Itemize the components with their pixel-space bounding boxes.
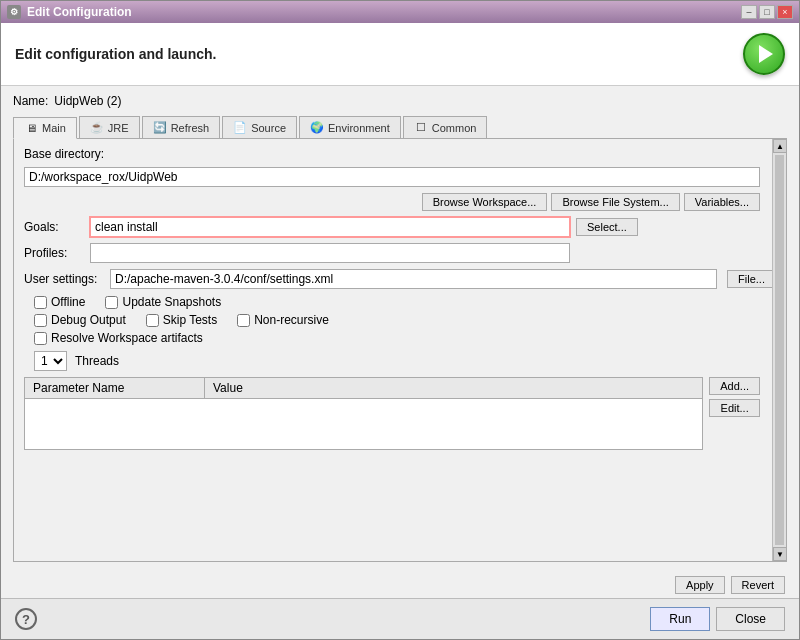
offline-checkbox-label[interactable]: Offline bbox=[34, 295, 85, 309]
select-button[interactable]: Select... bbox=[576, 218, 638, 236]
offline-label: Offline bbox=[51, 295, 85, 309]
name-row: Name: UidpWeb (2) bbox=[13, 94, 787, 108]
user-settings-input[interactable] bbox=[110, 269, 717, 289]
debug-output-checkbox[interactable] bbox=[34, 314, 47, 327]
jre-tab-icon: ☕ bbox=[90, 121, 104, 135]
goals-label: Goals: bbox=[24, 220, 84, 234]
main-tab-icon: 🖥 bbox=[24, 121, 38, 135]
checkboxes-section: Offline Update Snapshots Debug Output bbox=[24, 295, 776, 345]
maximize-button[interactable]: □ bbox=[759, 5, 775, 19]
resolve-workspace-checkbox[interactable] bbox=[34, 332, 47, 345]
name-value: UidpWeb (2) bbox=[54, 94, 121, 108]
apply-button[interactable]: Apply bbox=[675, 576, 725, 594]
resolve-workspace-checkbox-label[interactable]: Resolve Workspace artifacts bbox=[34, 331, 203, 345]
skip-tests-checkbox-label[interactable]: Skip Tests bbox=[146, 313, 217, 327]
tabs: 🖥 Main ☕ JRE 🔄 Refresh 📄 Source 🌍 Enviro… bbox=[13, 116, 787, 139]
tab-main[interactable]: 🖥 Main bbox=[13, 117, 77, 139]
close-footer-button[interactable]: Close bbox=[716, 607, 785, 631]
file-button[interactable]: File... bbox=[727, 270, 776, 288]
window: ⚙ Edit Configuration – □ × Edit configur… bbox=[0, 0, 800, 640]
browse-filesystem-button[interactable]: Browse File System... bbox=[551, 193, 679, 211]
params-table: Parameter Name Value bbox=[24, 377, 703, 450]
params-body bbox=[25, 399, 702, 449]
tab-main-label: Main bbox=[42, 122, 66, 134]
user-settings-label: User settings: bbox=[24, 272, 104, 286]
threads-label: Threads bbox=[75, 354, 119, 368]
tab-refresh-label: Refresh bbox=[171, 122, 210, 134]
scrollbar-down-button[interactable]: ▼ bbox=[773, 547, 787, 561]
footer: ? Run Close bbox=[1, 598, 799, 639]
content-area: Name: UidpWeb (2) 🖥 Main ☕ JRE 🔄 Refresh… bbox=[1, 86, 799, 570]
tab-common[interactable]: ☐ Common bbox=[403, 116, 488, 138]
header-title: Edit configuration and launch. bbox=[15, 46, 216, 62]
base-directory-input[interactable] bbox=[24, 167, 760, 187]
debug-output-label: Debug Output bbox=[51, 313, 126, 327]
title-bar-buttons: – □ × bbox=[741, 5, 793, 19]
header-area: Edit configuration and launch. bbox=[1, 23, 799, 86]
offline-checkbox[interactable] bbox=[34, 296, 47, 309]
profiles-label: Profiles: bbox=[24, 246, 84, 260]
scrollbar-track[interactable]: ▲ ▼ bbox=[772, 139, 786, 561]
panel-inner: Base directory: Browse Workspace... Brow… bbox=[14, 139, 786, 561]
browse-buttons-row: Browse Workspace... Browse File System..… bbox=[24, 193, 776, 211]
close-button[interactable]: × bbox=[777, 5, 793, 19]
skip-tests-checkbox[interactable] bbox=[146, 314, 159, 327]
common-tab-icon: ☐ bbox=[414, 121, 428, 135]
params-header: Parameter Name Value bbox=[25, 378, 702, 399]
tab-jre-label: JRE bbox=[108, 122, 129, 134]
run-button[interactable]: Run bbox=[650, 607, 710, 631]
non-recursive-label: Non-recursive bbox=[254, 313, 329, 327]
tab-refresh[interactable]: 🔄 Refresh bbox=[142, 116, 221, 138]
goals-row: Goals: Select... bbox=[24, 217, 776, 237]
params-col-value-header: Value bbox=[205, 378, 702, 398]
goals-input[interactable] bbox=[90, 217, 570, 237]
scrollbar-thumb[interactable] bbox=[775, 155, 784, 545]
tab-environment-label: Environment bbox=[328, 122, 390, 134]
window-title: Edit Configuration bbox=[27, 5, 741, 19]
revert-button[interactable]: Revert bbox=[731, 576, 785, 594]
user-settings-row: User settings: File... bbox=[24, 269, 776, 289]
update-snapshots-checkbox[interactable] bbox=[105, 296, 118, 309]
title-bar: ⚙ Edit Configuration – □ × bbox=[1, 1, 799, 23]
source-tab-icon: 📄 bbox=[233, 121, 247, 135]
add-button[interactable]: Add... bbox=[709, 377, 760, 395]
window-icon: ⚙ bbox=[7, 5, 21, 19]
checkbox-row-2: Debug Output Skip Tests Non-recursive bbox=[34, 313, 776, 327]
variables-button[interactable]: Variables... bbox=[684, 193, 760, 211]
tab-environment[interactable]: 🌍 Environment bbox=[299, 116, 401, 138]
tab-jre[interactable]: ☕ JRE bbox=[79, 116, 140, 138]
edit-button[interactable]: Edit... bbox=[709, 399, 760, 417]
scrollbar-up-button[interactable]: ▲ bbox=[773, 139, 787, 153]
threads-select[interactable]: 1 2 4 bbox=[34, 351, 67, 371]
refresh-tab-icon: 🔄 bbox=[153, 121, 167, 135]
base-directory-label: Base directory: bbox=[24, 147, 776, 161]
skip-tests-label: Skip Tests bbox=[163, 313, 217, 327]
update-snapshots-checkbox-label[interactable]: Update Snapshots bbox=[105, 295, 221, 309]
tab-source[interactable]: 📄 Source bbox=[222, 116, 297, 138]
name-label: Name: bbox=[13, 94, 48, 108]
update-snapshots-label: Update Snapshots bbox=[122, 295, 221, 309]
checkbox-row-1: Offline Update Snapshots bbox=[34, 295, 776, 309]
run-icon-button[interactable] bbox=[743, 33, 785, 75]
play-icon bbox=[759, 45, 773, 63]
non-recursive-checkbox[interactable] bbox=[237, 314, 250, 327]
params-col-name-header: Parameter Name bbox=[25, 378, 205, 398]
profiles-input[interactable] bbox=[90, 243, 570, 263]
main-panel: Base directory: Browse Workspace... Brow… bbox=[13, 139, 787, 562]
params-area: Parameter Name Value Add... Edit... bbox=[24, 377, 776, 450]
footer-right: Run Close bbox=[650, 607, 785, 631]
environment-tab-icon: 🌍 bbox=[310, 121, 324, 135]
threads-row: 1 2 4 Threads bbox=[24, 351, 776, 371]
resolve-workspace-label: Resolve Workspace artifacts bbox=[51, 331, 203, 345]
non-recursive-checkbox-label[interactable]: Non-recursive bbox=[237, 313, 329, 327]
checkbox-row-3: Resolve Workspace artifacts bbox=[34, 331, 776, 345]
browse-workspace-button[interactable]: Browse Workspace... bbox=[422, 193, 548, 211]
debug-output-checkbox-label[interactable]: Debug Output bbox=[34, 313, 126, 327]
apply-revert-area: Apply Revert bbox=[1, 570, 799, 598]
minimize-button[interactable]: – bbox=[741, 5, 757, 19]
tab-source-label: Source bbox=[251, 122, 286, 134]
params-side-buttons: Add... Edit... bbox=[709, 377, 760, 417]
footer-left: ? bbox=[15, 608, 37, 630]
help-button[interactable]: ? bbox=[15, 608, 37, 630]
base-directory-container bbox=[24, 167, 776, 187]
